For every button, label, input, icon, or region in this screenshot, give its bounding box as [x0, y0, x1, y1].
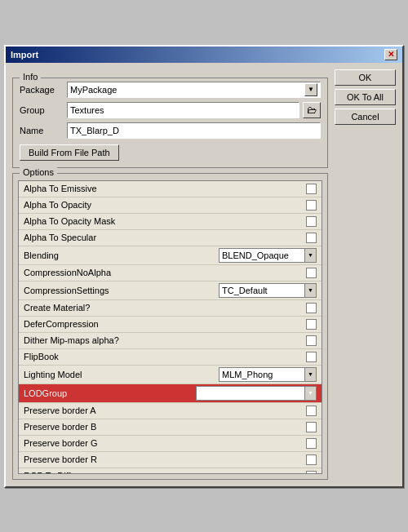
- option-dropdown-text: BLEND_Opaque: [220, 250, 304, 260]
- option-dropdown-arrow[interactable]: ▼: [304, 249, 316, 262]
- import-window: Import ✕ Info Package MyPackage ▼ Group: [4, 45, 404, 488]
- option-checkbox[interactable]: [306, 303, 317, 313]
- option-label: RGB To Diffuse: [24, 471, 306, 473]
- group-input[interactable]: [67, 102, 299, 118]
- main-content: Info Package MyPackage ▼ Group 🗁: [12, 69, 328, 480]
- close-button[interactable]: ✕: [384, 49, 397, 60]
- package-combo-arrow[interactable]: ▼: [304, 83, 317, 96]
- options-list-container: Alpha To EmissiveAlpha To OpacityAlpha T…: [18, 180, 322, 474]
- name-label: Name: [20, 126, 67, 135]
- option-dropdown-arrow[interactable]: ▼: [304, 368, 316, 381]
- option-checkbox[interactable]: [306, 319, 317, 330]
- options-legend: Options: [20, 167, 57, 177]
- option-row: CompressionNoAlpha: [19, 265, 322, 282]
- option-label: Preserve border G: [24, 438, 306, 448]
- build-from-file-path-button[interactable]: Build From File Path: [20, 144, 119, 161]
- option-dropdown-text: MLM_Phong: [220, 370, 304, 379]
- browse-icon: 🗁: [307, 104, 317, 116]
- option-checkbox[interactable]: [306, 335, 317, 346]
- option-checkbox[interactable]: [306, 216, 317, 227]
- option-dropdown[interactable]: TEXTUREGROUP_World▼: [196, 386, 317, 401]
- info-legend: Info: [20, 72, 41, 82]
- option-label: LODGroup: [24, 388, 196, 398]
- option-label: FlipBook: [24, 352, 306, 361]
- option-checkbox[interactable]: [306, 422, 317, 432]
- group-row: Group 🗁: [20, 102, 321, 118]
- option-label: Dither Mip-maps alpha?: [24, 335, 306, 345]
- option-row: Alpha To Emissive: [19, 181, 322, 197]
- option-checkbox[interactable]: [306, 438, 317, 449]
- cancel-button[interactable]: Cancel: [335, 109, 396, 125]
- option-row: Preserve border B: [19, 419, 322, 436]
- option-label: Create Material?: [24, 303, 306, 313]
- ok-to-all-button[interactable]: OK To All: [335, 89, 396, 105]
- option-dropdown-text: TC_Default: [220, 286, 304, 295]
- browse-button[interactable]: 🗁: [303, 102, 321, 118]
- ok-button[interactable]: OK: [335, 69, 396, 86]
- option-row: Alpha To Opacity: [19, 197, 322, 214]
- package-label: Package: [20, 85, 67, 95]
- option-row: Preserve border G: [19, 436, 322, 452]
- option-dropdown[interactable]: TC_Default▼: [219, 283, 317, 298]
- option-label: Preserve border B: [24, 422, 306, 432]
- option-row: RGB To Diffuse: [19, 468, 322, 473]
- option-label: Alpha To Opacity: [24, 200, 306, 210]
- option-row: BlendingBLEND_Opaque▼: [19, 246, 322, 265]
- option-checkbox[interactable]: [306, 200, 317, 211]
- option-checkbox[interactable]: [306, 406, 317, 416]
- option-row: Preserve border A: [19, 403, 322, 419]
- option-row: Alpha To Specular: [19, 230, 322, 246]
- option-row: DeferCompression: [19, 317, 322, 333]
- options-group: Options Alpha To EmissiveAlpha To Opacit…: [12, 173, 328, 480]
- option-label: Blending: [24, 250, 219, 260]
- group-input-container: 🗁: [67, 102, 321, 118]
- option-row: Preserve border R: [19, 452, 322, 468]
- option-checkbox[interactable]: [306, 352, 317, 362]
- option-dropdown-arrow[interactable]: ▼: [304, 387, 316, 400]
- option-label: Preserve border A: [24, 406, 306, 415]
- option-checkbox[interactable]: [306, 454, 317, 465]
- option-dropdown-text: TEXTUREGROUP_World: [197, 388, 304, 398]
- option-checkbox[interactable]: [306, 233, 317, 243]
- option-dropdown[interactable]: MLM_Phong▼: [219, 367, 317, 382]
- option-row: Dither Mip-maps alpha?: [19, 333, 322, 349]
- title-bar: Import ✕: [6, 47, 402, 63]
- group-label: Group: [20, 105, 67, 115]
- window-body: Info Package MyPackage ▼ Group 🗁: [6, 63, 402, 486]
- option-row: CompressionSettingsTC_Default▼: [19, 282, 322, 300]
- option-label: CompressionSettings: [24, 286, 219, 295]
- option-checkbox[interactable]: [306, 184, 317, 194]
- option-checkbox[interactable]: [306, 268, 317, 278]
- option-label: Alpha To Opacity Mask: [24, 216, 306, 226]
- option-checkbox[interactable]: [306, 471, 317, 473]
- side-buttons: OK OK To All Cancel: [335, 69, 396, 480]
- option-row: Create Material?: [19, 300, 322, 317]
- option-label: Preserve border R: [24, 454, 306, 464]
- option-label: CompressionNoAlpha: [24, 268, 306, 277]
- options-list[interactable]: Alpha To EmissiveAlpha To OpacityAlpha T…: [19, 181, 322, 473]
- window-title: Import: [11, 50, 38, 60]
- option-row: FlipBook: [19, 349, 322, 366]
- option-row: Lighting ModelMLM_Phong▼: [19, 366, 322, 384]
- option-row: Alpha To Opacity Mask: [19, 214, 322, 230]
- option-label: Alpha To Emissive: [24, 184, 306, 193]
- name-row: Name: [20, 122, 321, 139]
- option-label: Lighting Model: [24, 370, 219, 379]
- option-label: Alpha To Specular: [24, 233, 306, 242]
- info-group: Info Package MyPackage ▼ Group 🗁: [12, 78, 328, 168]
- option-label: DeferCompression: [24, 319, 306, 329]
- name-input[interactable]: [67, 122, 321, 139]
- option-row: LODGroupTEXTUREGROUP_World▼: [19, 384, 322, 403]
- option-dropdown-arrow[interactable]: ▼: [304, 284, 316, 297]
- package-combo[interactable]: MyPackage ▼: [67, 82, 321, 98]
- option-dropdown[interactable]: BLEND_Opaque▼: [219, 248, 317, 263]
- package-row: Package MyPackage ▼: [20, 82, 321, 98]
- package-value: MyPackage: [70, 85, 117, 95]
